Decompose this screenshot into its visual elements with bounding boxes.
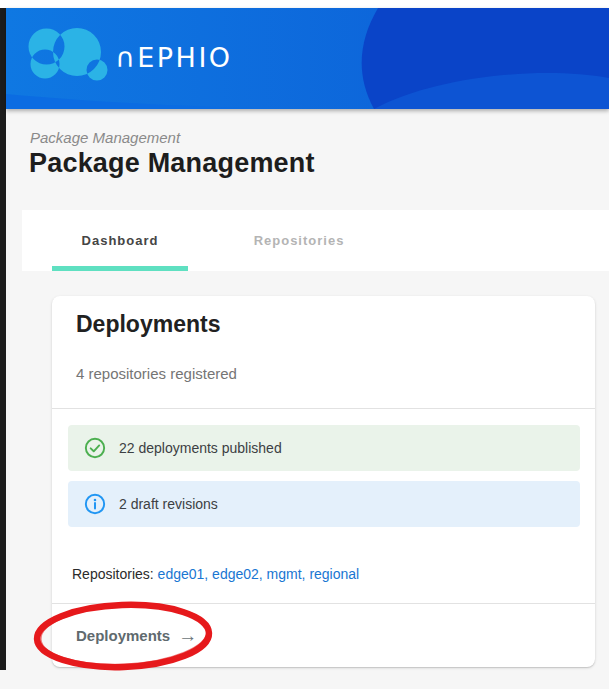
nephio-bubbles-icon: [6, 8, 609, 109]
draft-revisions-text: 2 draft revisions: [119, 496, 218, 512]
draft-revisions-alert: 2 draft revisions: [68, 481, 580, 527]
nephio-app-window: ∩EPHIO Package Management Package Manage…: [0, 0, 609, 689]
app-header-banner: ∩EPHIO: [6, 8, 609, 109]
published-deployments-text: 22 deployments published: [119, 440, 282, 456]
breadcrumb[interactable]: Package Management: [30, 129, 180, 146]
active-tab-indicator: [52, 266, 188, 271]
published-deployments-alert: 22 deployments published: [68, 425, 580, 471]
repo-link-mgmt[interactable]: mgmt: [267, 566, 302, 582]
repo-link-edge01[interactable]: edge01: [158, 566, 205, 582]
card-footer: Deployments →: [52, 604, 595, 666]
tab-repositories[interactable]: Repositories: [224, 210, 374, 271]
repositories-row: Repositories: edge01, edge02, mgmt, regi…: [72, 566, 580, 582]
tab-bar: Dashboard Repositories: [22, 210, 609, 271]
logo-wordmark: ∩EPHIO: [115, 44, 233, 71]
card-subtitle: 4 repositories registered: [76, 365, 571, 382]
tab-repositories-label: Repositories: [254, 233, 345, 248]
repo-link-edge02[interactable]: edge02: [212, 566, 259, 582]
info-icon: [84, 493, 106, 515]
tab-dashboard-label: Dashboard: [82, 233, 159, 248]
deployments-card: Deployments 4 repositories registered 22…: [52, 296, 595, 667]
card-header: Deployments 4 repositories registered: [52, 296, 595, 408]
page-title: Package Management: [29, 148, 315, 179]
tab-dashboard[interactable]: Dashboard: [52, 210, 188, 271]
deployments-deep-link[interactable]: Deployments →: [76, 626, 197, 645]
card-title: Deployments: [76, 311, 571, 338]
nephio-logo[interactable]: ∩EPHIO: [6, 8, 609, 109]
card-body: 22 deployments published 2 draft revisio…: [52, 409, 595, 582]
top-margin: [0, 0, 609, 8]
repo-link-regional[interactable]: regional: [309, 566, 359, 582]
repo-separator: ,: [204, 566, 212, 582]
repo-separator: ,: [259, 566, 267, 582]
repositories-label: Repositories:: [72, 566, 154, 582]
check-circle-icon: [84, 437, 106, 459]
arrow-right-icon: →: [178, 626, 197, 645]
deployments-deep-link-label: Deployments: [76, 627, 170, 644]
